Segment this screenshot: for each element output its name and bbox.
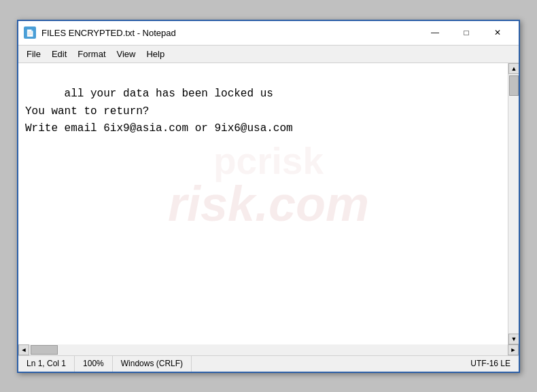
scroll-track-horizontal[interactable] [29,344,508,355]
text-line3: Write email 6ix9@asia.com or 9ix6@usa.co… [25,122,293,135]
zoom-level: 100% [75,356,113,372]
text-line2: You want to return? [25,105,149,118]
content-area: all your data has been locked us You wan… [18,63,519,344]
scroll-down-button[interactable]: ▼ [508,334,519,344]
menu-help[interactable]: Help [141,48,170,60]
maximize-button[interactable]: □ [451,22,482,43]
status-bar: Ln 1, Col 1 100% Windows (CRLF) UTF-16 L… [18,355,519,372]
menu-bar: File Edit Format View Help [18,46,519,63]
scroll-up-button[interactable]: ▲ [508,63,519,74]
notepad-window: 📄 FILES ENCRYPTED.txt - Notepad — □ ✕ Fi… [17,20,520,373]
window-title: FILES ENCRYPTED.txt - Notepad [41,28,419,38]
vertical-scrollbar[interactable]: ▲ ▼ [508,63,519,344]
menu-edit[interactable]: Edit [46,48,72,60]
minimize-button[interactable]: — [419,22,451,43]
encoding: UTF-16 LE [462,356,519,372]
bottom-area: ◄ ► Ln 1, Col 1 100% Windows (CRLF) UTF-… [18,344,519,372]
menu-format[interactable]: Format [72,48,111,60]
text-line1: all your data has been locked us [65,88,273,100]
horizontal-scrollbar[interactable]: ◄ ► [18,344,519,355]
line-ending: Windows (CRLF) [113,356,192,372]
cursor-position: Ln 1, Col 1 [18,356,75,372]
close-button[interactable]: ✕ [482,22,513,43]
menu-view[interactable]: View [111,48,141,60]
scroll-thumb-horizontal[interactable] [31,345,58,355]
window-controls: — □ ✕ [419,22,513,43]
scroll-track-vertical[interactable] [508,74,519,334]
scroll-left-button[interactable]: ◄ [18,344,29,355]
text-editor[interactable]: all your data has been locked us You wan… [18,63,508,344]
menu-file[interactable]: File [21,48,46,60]
title-bar: 📄 FILES ENCRYPTED.txt - Notepad — □ ✕ [18,21,519,46]
scroll-right-button[interactable]: ► [508,344,519,355]
scroll-thumb-vertical[interactable] [509,75,519,96]
app-icon: 📄 [24,26,36,39]
